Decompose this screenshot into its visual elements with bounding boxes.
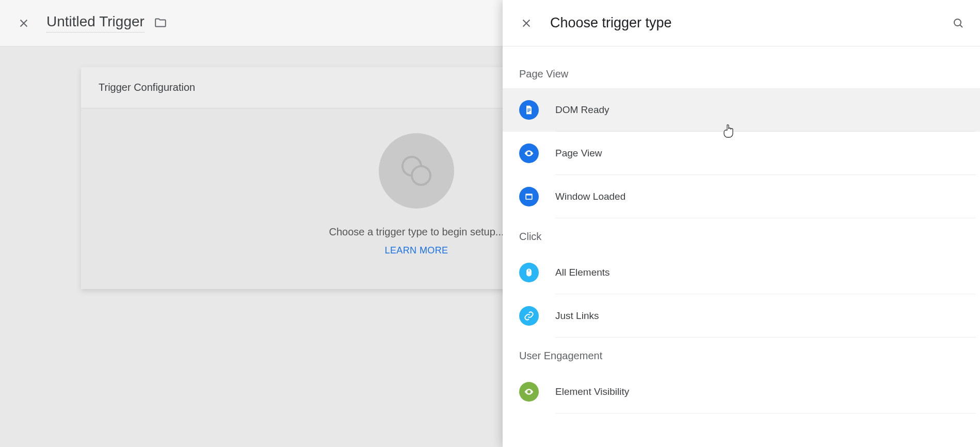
trigger-type-label: Just Links [555, 310, 599, 322]
trigger-type-row[interactable]: Element Visibility [503, 370, 980, 413]
category-heading: Page View [503, 59, 980, 88]
panel-header: Choose trigger type [503, 0, 980, 46]
learn-more-link[interactable]: LEARN MORE [384, 245, 448, 256]
trigger-type-label: DOM Ready [555, 104, 609, 116]
trigger-type-row[interactable]: Window Loaded [503, 175, 980, 218]
svg-rect-7 [528, 269, 529, 272]
trigger-type-label: Element Visibility [555, 386, 629, 397]
trigger-name-input[interactable]: Untitled Trigger [46, 13, 144, 33]
link-icon [519, 306, 539, 326]
title-wrap: Untitled Trigger [46, 13, 167, 33]
close-icon [521, 18, 532, 29]
category-heading: User Engagement [503, 338, 980, 370]
trigger-type-row[interactable]: DOM Ready [503, 88, 980, 132]
trigger-type-label: Page View [555, 148, 602, 159]
close-icon [18, 18, 29, 29]
prompt-text: Choose a trigger type to begin setup... [329, 226, 504, 238]
close-panel-button[interactable] [518, 15, 535, 31]
close-editor-button[interactable] [15, 15, 32, 31]
panel-title: Choose trigger type [550, 15, 672, 31]
svg-rect-2 [527, 110, 531, 110]
trigger-type-row[interactable]: Page View [503, 132, 980, 175]
panel-body: Page ViewDOM ReadyPage ViewWindow Loaded… [503, 46, 980, 447]
search-button[interactable] [950, 15, 967, 31]
svg-rect-6 [526, 196, 532, 199]
trigger-type-row[interactable]: All Elements [503, 251, 980, 294]
trigger-type-label: Window Loaded [555, 191, 625, 202]
search-icon [952, 17, 965, 29]
category-heading: Click [503, 218, 980, 251]
window-icon [519, 187, 539, 206]
trigger-type-panel: Choose trigger type Page ViewDOM ReadyPa… [503, 0, 980, 447]
svg-point-8 [528, 391, 529, 392]
trigger-type-label: All Elements [555, 267, 610, 278]
mouse-icon [519, 263, 539, 282]
placeholder-graphic [379, 133, 454, 209]
folder-icon[interactable] [154, 16, 167, 31]
svg-point-0 [954, 19, 961, 26]
svg-rect-1 [527, 109, 531, 109]
eye-icon [519, 143, 539, 163]
eye-icon [519, 382, 539, 402]
svg-point-4 [528, 152, 529, 154]
document-icon [519, 100, 539, 120]
svg-rect-3 [527, 111, 529, 112]
trigger-type-row[interactable]: Just Links [503, 294, 980, 338]
